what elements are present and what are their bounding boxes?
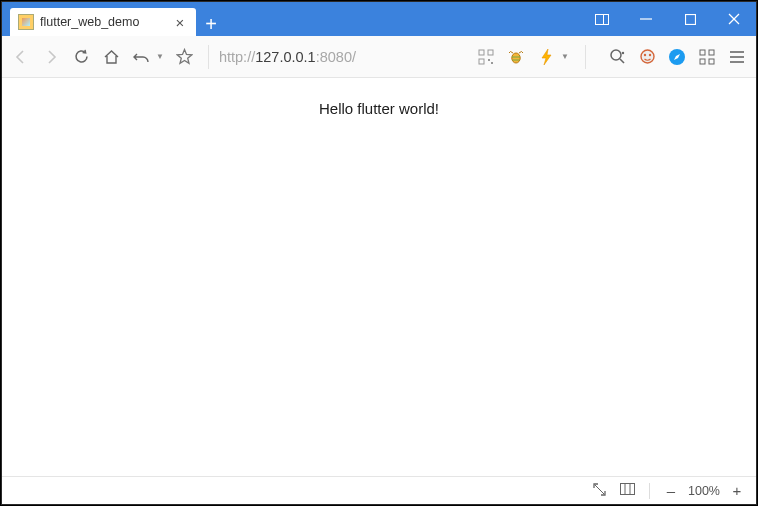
svg-rect-22 bbox=[709, 50, 714, 55]
window-snap-button[interactable] bbox=[580, 2, 624, 36]
address-bar[interactable]: http://127.0.0.1:8080/ bbox=[204, 45, 467, 69]
window-minimize-button[interactable] bbox=[624, 2, 668, 36]
svg-point-18 bbox=[643, 54, 645, 56]
bee-icon bbox=[507, 49, 525, 65]
tab-title: flutter_web_demo bbox=[40, 15, 166, 29]
extension-compass-button[interactable] bbox=[668, 48, 686, 66]
svg-point-17 bbox=[641, 50, 654, 63]
panels-icon bbox=[620, 483, 635, 495]
tab-strip: flutter_web_demo × + bbox=[2, 2, 226, 36]
zoom-controls: – 100% + bbox=[664, 482, 744, 499]
titlebar-spacer[interactable] bbox=[226, 2, 580, 36]
browser-window: flutter_web_demo × + bbox=[1, 1, 757, 505]
split-view-button[interactable] bbox=[620, 483, 635, 498]
svg-rect-6 bbox=[479, 50, 484, 55]
forward-button[interactable] bbox=[42, 48, 60, 66]
url-display: http://127.0.0.1:8080/ bbox=[219, 49, 356, 65]
svg-rect-24 bbox=[709, 59, 714, 64]
addr-separator bbox=[208, 45, 209, 69]
search-button[interactable] bbox=[608, 48, 626, 66]
svg-rect-3 bbox=[685, 14, 695, 24]
menu-button[interactable] bbox=[728, 48, 746, 66]
home-icon bbox=[103, 49, 120, 65]
tab-close-icon[interactable]: × bbox=[172, 14, 188, 31]
statusbar: – 100% + bbox=[2, 476, 756, 504]
bolt-dropdown[interactable]: ▼ bbox=[561, 52, 569, 61]
svg-rect-23 bbox=[700, 59, 705, 64]
window-controls bbox=[580, 2, 756, 36]
compass-icon bbox=[668, 48, 686, 66]
reload-icon bbox=[73, 48, 90, 65]
snap-icon bbox=[595, 14, 609, 25]
favicon-icon bbox=[18, 14, 34, 30]
hello-text: Hello flutter world! bbox=[319, 100, 439, 476]
hamburger-icon bbox=[729, 50, 745, 64]
svg-rect-0 bbox=[596, 14, 609, 24]
zoom-in-button[interactable]: + bbox=[730, 482, 744, 499]
svg-rect-29 bbox=[621, 484, 635, 495]
nav-left: ▼ bbox=[12, 48, 194, 66]
window-maximize-button[interactable] bbox=[668, 2, 712, 36]
expand-icon bbox=[593, 483, 606, 496]
undo-dropdown[interactable]: ▼ bbox=[156, 52, 164, 61]
svg-rect-8 bbox=[479, 59, 484, 64]
minimize-icon bbox=[640, 13, 652, 25]
maximize-icon bbox=[685, 14, 696, 25]
undo-button[interactable] bbox=[132, 48, 150, 66]
svg-rect-7 bbox=[488, 50, 493, 55]
monkey-icon bbox=[639, 48, 656, 65]
qr-button[interactable] bbox=[477, 48, 495, 66]
toolbar-separator bbox=[585, 45, 586, 69]
url-host: 127.0.0.1 bbox=[255, 49, 315, 65]
svg-line-28 bbox=[595, 485, 604, 494]
svg-rect-9 bbox=[488, 59, 490, 61]
zoom-out-button[interactable]: – bbox=[664, 482, 678, 499]
fullscreen-button[interactable] bbox=[593, 483, 606, 499]
svg-rect-21 bbox=[700, 50, 705, 55]
zoom-level: 100% bbox=[688, 484, 720, 498]
star-icon bbox=[176, 48, 193, 65]
nav-right: ▼ bbox=[477, 45, 746, 69]
toolbar: ▼ http://127.0.0.1:8080/ ▼ bbox=[2, 36, 756, 78]
back-button[interactable] bbox=[12, 48, 30, 66]
search-icon bbox=[609, 48, 626, 65]
extensions-grid-button[interactable] bbox=[698, 48, 716, 66]
extension-bolt-button[interactable] bbox=[537, 48, 555, 66]
url-protocol: http:// bbox=[219, 49, 255, 65]
window-close-button[interactable] bbox=[712, 2, 756, 36]
extension-shield-button[interactable] bbox=[638, 48, 656, 66]
chevron-right-icon bbox=[45, 50, 57, 64]
titlebar: flutter_web_demo × + bbox=[2, 2, 756, 36]
svg-point-19 bbox=[648, 54, 650, 56]
undo-icon bbox=[133, 50, 150, 64]
url-port: :8080/ bbox=[316, 49, 356, 65]
qr-icon bbox=[478, 49, 494, 65]
close-icon bbox=[728, 13, 740, 25]
svg-line-15 bbox=[620, 59, 624, 63]
chevron-left-icon bbox=[15, 50, 27, 64]
bookmark-button[interactable] bbox=[176, 48, 194, 66]
page-content: Hello flutter world! bbox=[2, 78, 756, 476]
reload-button[interactable] bbox=[72, 48, 90, 66]
status-separator bbox=[649, 483, 650, 499]
extension-bee-button[interactable] bbox=[507, 48, 525, 66]
new-tab-button[interactable]: + bbox=[196, 13, 226, 36]
grid-icon bbox=[699, 49, 715, 65]
svg-point-16 bbox=[621, 52, 623, 54]
bolt-icon bbox=[540, 48, 553, 66]
svg-rect-10 bbox=[491, 62, 493, 64]
home-button[interactable] bbox=[102, 48, 120, 66]
svg-point-11 bbox=[512, 53, 520, 63]
svg-point-14 bbox=[611, 50, 621, 60]
tab-active[interactable]: flutter_web_demo × bbox=[10, 8, 196, 36]
